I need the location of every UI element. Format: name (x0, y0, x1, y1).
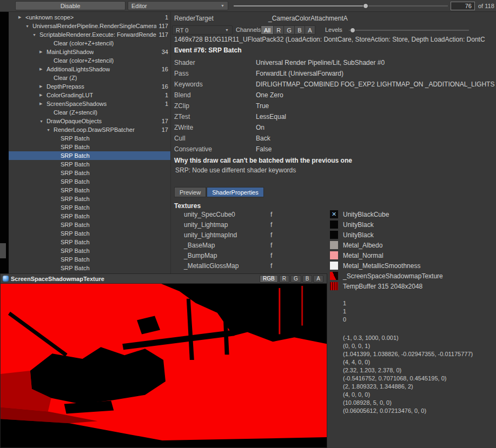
vector-value-list: (-1, 0.3, 1000, 0.001)(0, 0, 0, 1)(1.041… (343, 334, 473, 415)
texture-thumbnail-icon[interactable] (330, 241, 338, 249)
channels-label: Channels (236, 26, 261, 33)
frame-slider[interactable] (234, 0, 448, 12)
foldout-arrow-icon[interactable] (18, 15, 25, 19)
tree-row[interactable]: SRP Batch (9, 160, 170, 169)
frame-number-field[interactable]: 76 (451, 2, 475, 10)
preview-channel-button[interactable]: B (302, 275, 313, 283)
tree-row[interactable]: SRP Batch (9, 177, 170, 186)
preview-title-bar[interactable]: ScreenSpaceShadowmapTexture RGB R G B A (1, 274, 327, 284)
channel-toggle-button[interactable]: R (273, 25, 284, 35)
tree-row[interactable]: ScriptableRenderer.Execute: ForwardRende… (9, 30, 170, 39)
disable-button[interactable]: Disable (15, 1, 125, 10)
tree-row-label: SRP Batch (61, 135, 90, 142)
tree-row-count: 16 (162, 65, 168, 73)
tree-row[interactable]: Clear (Z) (9, 73, 170, 82)
texture-thumbnail-icon[interactable] (330, 220, 338, 229)
tree-row[interactable]: <unknown scope> 1 (9, 13, 170, 22)
preview-title: ScreenSpaceShadowmapTexture (11, 276, 260, 282)
foldout-arrow-icon[interactable] (39, 67, 47, 71)
tree-row[interactable]: Clear (Z+stencil) (9, 108, 170, 117)
foldout-arrow-icon[interactable] (39, 50, 47, 54)
render-target-toolbar: RT 0 ▼ Channels All R G B A Levels (171, 25, 496, 36)
tree-row[interactable]: SRP Batch (9, 212, 170, 220)
texture-asset-name: Metal_Albedo (343, 242, 382, 249)
target-selector-dropdown[interactable]: Editor ▼ (128, 1, 228, 10)
texture-thumbnail-icon[interactable] (330, 251, 338, 259)
tree-row-label: DrawOpaqueObjects (47, 118, 102, 124)
property-value: On (256, 122, 264, 133)
preview-channel-button[interactable]: R (279, 275, 289, 283)
foldout-arrow-icon[interactable] (39, 102, 47, 106)
texture-filter-flag: f (270, 211, 272, 218)
tree-row[interactable]: SRP Batch (9, 255, 170, 264)
foldout-arrow-icon[interactable] (39, 84, 47, 89)
texture-thumbnail-icon[interactable] (330, 272, 338, 280)
tree-row[interactable]: MainLightShadow 34 (9, 48, 170, 56)
tree-row[interactable]: SRP Batch (9, 195, 170, 203)
channel-toggle-button[interactable]: A (305, 25, 315, 35)
detail-tab[interactable]: ShaderProperties (207, 187, 264, 197)
tree-row[interactable]: DepthPrepass 16 (9, 82, 170, 91)
texture-thumbnail-icon[interactable] (330, 282, 338, 290)
property-label: ZTest (174, 111, 256, 122)
tree-row-label: SRP Batch (61, 248, 90, 254)
tree-row[interactable]: UniversalRenderPipeline.RenderSingleCame… (9, 22, 170, 30)
texture-property-name: _MetallicGlossMap (184, 262, 239, 270)
property-label: ZWrite (174, 122, 256, 133)
tree-row[interactable]: ColorGradingLUT 1 (9, 91, 170, 99)
tree-row[interactable]: SRP Batch (9, 264, 170, 272)
preview-channel-button[interactable]: RGB (260, 275, 278, 283)
tree-row[interactable]: SRP Batch (9, 143, 170, 151)
levels-slider[interactable] (349, 25, 469, 36)
tree-row[interactable]: SRP Batch (9, 229, 170, 238)
tree-row-label: SRP Batch (61, 230, 90, 237)
texture-row: unity_LightmapInd f UnityBlack (171, 230, 496, 240)
frame-slider-thumb[interactable] (363, 3, 368, 9)
tree-row[interactable]: DrawOpaqueObjects 17 (9, 117, 170, 125)
foldout-arrow-icon[interactable] (39, 119, 47, 123)
tree-row[interactable]: SRP Batch (9, 220, 170, 229)
foldout-arrow-icon[interactable] (39, 93, 47, 97)
texture-thumbnail-icon[interactable] (330, 262, 338, 270)
tree-row[interactable]: Clear (color+Z+stencil) (9, 39, 170, 48)
foldout-arrow-icon[interactable] (47, 128, 54, 132)
foldout-arrow-icon[interactable] (32, 33, 39, 37)
tree-row[interactable]: Clear (color+Z+stencil) (9, 56, 170, 65)
tree-row[interactable]: SRP Batch (9, 134, 170, 143)
texture-row: _BaseMap f Metal_Albedo (171, 240, 496, 251)
frame-total-label: of 118 (478, 3, 494, 9)
property-value: One Zero (256, 90, 283, 101)
channel-toggle-button[interactable]: G (283, 25, 295, 35)
vector-value: (1.041399, 1.038826, -0.02947355, -0.011… (343, 350, 473, 358)
preview-channel-button[interactable]: A (313, 275, 323, 283)
channel-toggle-group: All R G B A (261, 25, 315, 35)
tree-row[interactable]: SRP Batch (9, 246, 170, 255)
vector-value: (0.06005612, 0.07213476, 0, 0) (343, 407, 473, 415)
tree-row[interactable]: SRP Batch (9, 186, 170, 195)
tree-row[interactable]: ScreenSpaceShadows 1 (9, 99, 170, 108)
tree-row[interactable]: RenderLoop.DrawSRPBatcher 17 (9, 125, 170, 134)
tree-row-count: 117 (158, 30, 168, 39)
texture-thumbnail-icon[interactable] (330, 210, 338, 218)
tree-row[interactable]: SRP Batch (9, 203, 170, 212)
detail-tab[interactable]: Preview (174, 187, 206, 197)
property-value: DIRLIGHTMAP_COMBINED FOG_EXP2 LIGHTMAP_O… (256, 79, 496, 90)
preview-channel-button[interactable]: G (290, 275, 301, 283)
tree-row[interactable]: SRP Batch (9, 238, 170, 246)
target-selector-label: Editor (131, 3, 147, 9)
tree-row[interactable]: SRP Batch (9, 151, 170, 160)
tree-row[interactable]: AdditionalLightsShadow 16 (9, 65, 170, 73)
property-value: True (256, 101, 269, 111)
tree-row-label: Clear (Z+stencil) (54, 109, 97, 116)
texture-row: unity_SpecCube0 f UnityBlackCube (171, 210, 496, 220)
levels-slider-thumb[interactable] (350, 28, 355, 33)
channel-toggle-button[interactable]: All (261, 25, 274, 35)
foldout-arrow-icon[interactable] (25, 24, 32, 28)
channel-toggle-button[interactable]: B (294, 25, 305, 35)
tree-row-label: UniversalRenderPipeline.RenderSingleCame… (32, 23, 156, 29)
texture-thumbnail-icon[interactable] (330, 231, 338, 239)
tree-row[interactable]: SRP Batch (9, 169, 170, 177)
property-label: Shader (174, 57, 256, 68)
tree-row-label: SRP Batch (61, 170, 90, 176)
rt-index-dropdown[interactable]: RT 0 ▼ (172, 25, 233, 35)
